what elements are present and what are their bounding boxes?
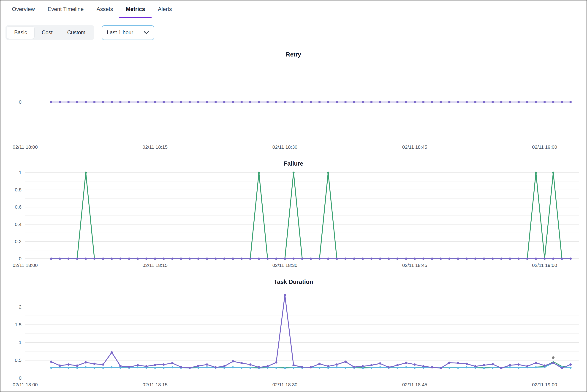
tab-event-timeline[interactable]: Event Timeline (41, 0, 90, 18)
svg-text:02/11 18:00: 02/11 18:00 (13, 144, 38, 150)
svg-text:0.8: 0.8 (15, 187, 22, 192)
time-range-select[interactable]: Last 1 hour (102, 26, 154, 40)
retry-chart-title: Retry (1, 51, 586, 58)
tab-overview[interactable]: Overview (6, 0, 41, 18)
failure-chart-title: Failure (1, 160, 586, 167)
svg-text:02/11 18:45: 02/11 18:45 (402, 262, 427, 268)
svg-text:0.6: 0.6 (15, 204, 22, 210)
tab-metrics[interactable]: Metrics (119, 0, 151, 18)
metrics-page: { "tabs": { "items": [ { "label": "Overv… (0, 0, 587, 392)
failure-chart-plot: 00.20.40.60.8102/11 18:0002/11 18:1502/1… (2, 169, 585, 270)
tab-assets[interactable]: Assets (90, 0, 119, 18)
task-duration-chart-title: Task Duration (1, 278, 586, 286)
svg-text:02/11 18:45: 02/11 18:45 (402, 144, 427, 150)
retry-chart: Retry 002/11 18:0002/11 18:1502/11 18:30… (1, 51, 586, 152)
svg-text:0.2: 0.2 (15, 239, 22, 244)
metrics-controls: Basic Cost Custom Last 1 hour (1, 18, 586, 42)
svg-text:0: 0 (19, 256, 22, 261)
metrics-type-segmented-control: Basic Cost Custom (6, 25, 94, 40)
svg-text:0: 0 (19, 375, 22, 380)
svg-text:02/11 18:45: 02/11 18:45 (402, 382, 427, 387)
retry-chart-plot: 002/11 18:0002/11 18:1502/11 18:3002/11 … (2, 60, 585, 152)
svg-text:1: 1 (19, 170, 22, 175)
svg-text:0: 0 (19, 99, 22, 104)
time-range-value: Last 1 hour (107, 30, 133, 36)
tab-alerts[interactable]: Alerts (152, 0, 178, 18)
svg-text:0.5: 0.5 (15, 358, 22, 363)
segment-custom[interactable]: Custom (60, 26, 93, 39)
svg-text:02/11 18:15: 02/11 18:15 (142, 262, 167, 268)
svg-text:02/11 19:00: 02/11 19:00 (532, 144, 557, 150)
svg-text:02/11 18:30: 02/11 18:30 (272, 382, 298, 387)
svg-text:0.4: 0.4 (15, 222, 22, 227)
svg-text:02/11 19:00: 02/11 19:00 (532, 262, 557, 268)
chevron-down-icon (144, 31, 149, 34)
svg-text:1.5: 1.5 (15, 322, 22, 327)
svg-text:02/11 18:15: 02/11 18:15 (142, 144, 167, 150)
svg-text:02/11 18:30: 02/11 18:30 (272, 262, 298, 268)
segment-basic[interactable]: Basic (7, 26, 34, 39)
svg-text:02/11 18:00: 02/11 18:00 (13, 262, 38, 268)
svg-text:02/11 18:00: 02/11 18:00 (13, 382, 38, 387)
page-tabbar: Overview Event Timeline Assets Metrics A… (1, 0, 586, 18)
svg-text:2: 2 (19, 304, 22, 310)
svg-text:02/11 18:15: 02/11 18:15 (142, 382, 167, 387)
svg-text:1: 1 (19, 340, 22, 345)
segment-cost[interactable]: Cost (34, 26, 60, 39)
task-duration-chart-plot: 00.511.5202/11 18:0002/11 18:1502/11 18:… (2, 287, 585, 390)
task-duration-chart: Task Duration 00.511.5202/11 18:0002/11 … (1, 278, 586, 390)
failure-chart: Failure 00.20.40.60.8102/11 18:0002/11 1… (1, 160, 586, 270)
svg-text:02/11 19:00: 02/11 19:00 (532, 382, 557, 387)
svg-text:02/11 18:30: 02/11 18:30 (272, 144, 298, 150)
